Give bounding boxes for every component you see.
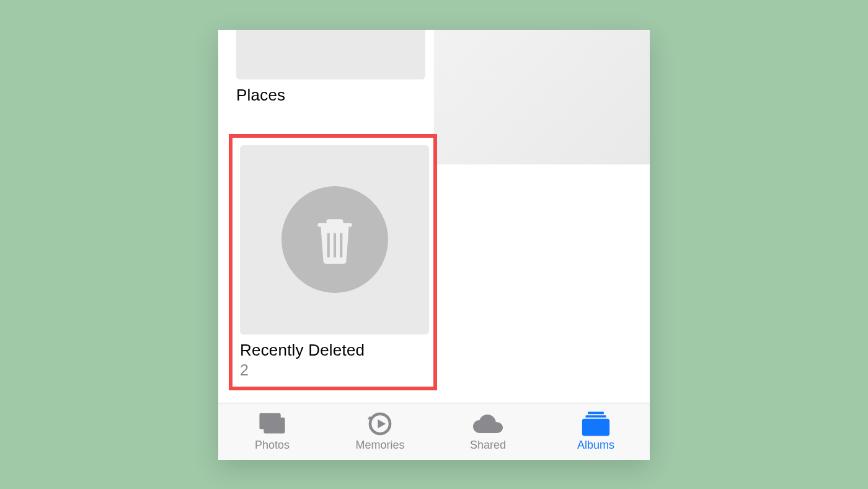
albums-scroll-area[interactable]: Places Recently Deleted 2 — [218, 30, 650, 403]
tab-memories[interactable]: Memories — [326, 403, 434, 460]
cloud-icon — [473, 411, 503, 436]
album-title: Recently Deleted — [240, 341, 426, 360]
photos-icon — [257, 411, 287, 436]
tab-albums[interactable]: Albums — [542, 403, 650, 460]
photos-app-window: Places Recently Deleted 2 — [218, 30, 650, 460]
tab-shared[interactable]: Shared — [434, 403, 542, 460]
album-count: 2 — [240, 361, 426, 379]
album-title: Places — [236, 86, 425, 105]
tab-label: Shared — [470, 439, 506, 452]
albums-icon — [581, 411, 611, 436]
svg-rect-3 — [588, 411, 604, 414]
tab-bar: Photos Memories Shared — [218, 403, 650, 460]
svg-rect-1 — [264, 417, 285, 433]
places-thumbnail — [236, 30, 425, 79]
highlight-box: Recently Deleted 2 — [229, 134, 437, 390]
trash-icon — [281, 186, 388, 293]
tab-label: Albums — [577, 439, 614, 452]
album-tile-recently-deleted[interactable]: Recently Deleted 2 — [240, 145, 426, 379]
memories-icon — [365, 411, 395, 436]
svg-rect-5 — [582, 418, 609, 436]
album-tile-places[interactable]: Places — [236, 30, 425, 105]
recently-deleted-thumbnail — [240, 145, 429, 334]
svg-marker-2 — [378, 419, 386, 428]
tab-photos[interactable]: Photos — [218, 403, 326, 460]
decorative-preview-tile — [434, 30, 650, 164]
tab-label: Photos — [255, 439, 290, 452]
svg-rect-4 — [585, 415, 606, 418]
tab-label: Memories — [355, 439, 404, 452]
